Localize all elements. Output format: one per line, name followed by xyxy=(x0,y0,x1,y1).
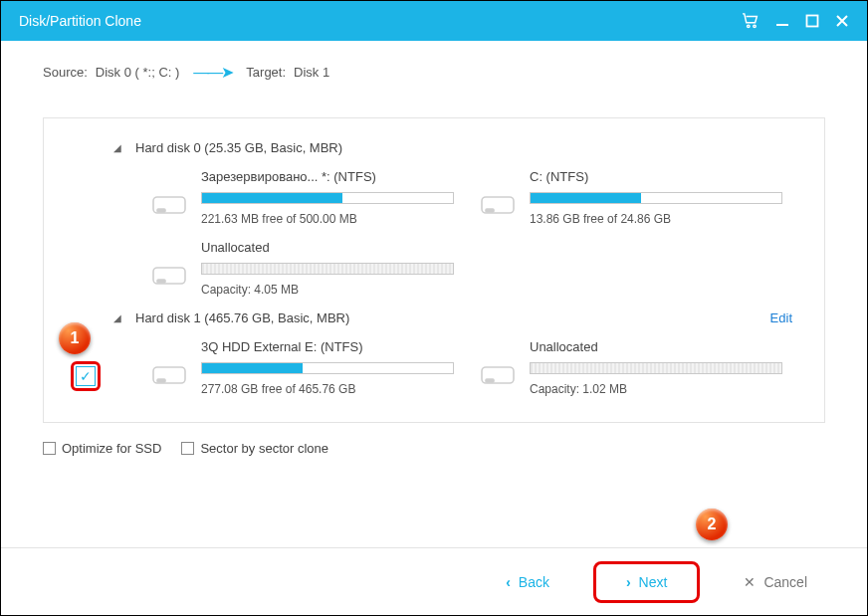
checkmark-icon: ✓ xyxy=(80,368,92,384)
titlebar: Disk/Partition Clone xyxy=(1,1,867,41)
disk1-label: Hard disk 1 (465.76 GB, Basic, MBR) xyxy=(135,310,349,325)
annotation-badge-1: 1 xyxy=(59,322,91,354)
edit-link[interactable]: Edit xyxy=(770,310,792,325)
sector-clone-checkbox[interactable]: Sector by sector clone xyxy=(181,441,328,456)
partition-unallocated-0: Unallocated Capacity: 4.05 MB xyxy=(151,240,460,297)
disk-icon xyxy=(480,361,516,391)
maximize-icon[interactable] xyxy=(805,14,819,28)
disk1-select-checkbox[interactable]: ✓ xyxy=(71,361,101,391)
close-x-icon: ✕ xyxy=(744,574,756,590)
svg-point-1 xyxy=(754,25,756,27)
target-label: Target: xyxy=(246,65,286,80)
clone-options: Optimize for SSD Sector by sector clone xyxy=(43,441,825,456)
svg-rect-9 xyxy=(157,280,165,283)
partition-reserved: Зарезервировано... *: (NTFS) 221.63 MB f… xyxy=(151,169,460,226)
svg-rect-3 xyxy=(807,16,818,27)
optimize-ssd-checkbox[interactable]: Optimize for SSD xyxy=(43,441,161,456)
partition-unallocated-1: Unallocated Capacity: 1.02 MB xyxy=(480,339,788,396)
usage-bar xyxy=(530,192,782,204)
usage-bar xyxy=(201,362,454,374)
arrow-icon: ——➤ xyxy=(193,63,232,82)
disk-icon xyxy=(151,262,187,292)
caret-down-icon: ◢ xyxy=(113,312,127,323)
source-value: Disk 0 ( *:; C: ) xyxy=(96,65,180,80)
next-highlight: ›Next xyxy=(593,561,700,603)
usage-bar xyxy=(530,362,782,374)
svg-rect-5 xyxy=(157,209,165,212)
back-button[interactable]: ‹Back xyxy=(486,566,569,598)
source-label: Source: xyxy=(43,65,88,80)
disk-icon xyxy=(151,361,187,391)
window-title: Disk/Partition Clone xyxy=(19,13,742,29)
svg-point-0 xyxy=(748,25,750,27)
cancel-button[interactable]: ✕Cancel xyxy=(724,566,827,598)
chevron-left-icon: ‹ xyxy=(506,574,511,590)
usage-bar xyxy=(201,263,454,275)
usage-bar xyxy=(201,192,454,204)
svg-rect-11 xyxy=(157,379,165,382)
svg-rect-13 xyxy=(486,379,494,382)
caret-down-icon: ◢ xyxy=(113,142,127,153)
disk-icon xyxy=(480,191,516,221)
disk-panel: ◢ Hard disk 0 (25.35 GB, Basic, MBR) Зар… xyxy=(43,117,825,423)
cart-icon[interactable] xyxy=(742,13,760,29)
svg-rect-7 xyxy=(486,209,494,212)
svg-rect-2 xyxy=(776,24,788,26)
partition-c: C: (NTFS) 13.86 GB free of 24.86 GB xyxy=(480,169,788,226)
disk-icon xyxy=(151,191,187,221)
source-target-path: Source: Disk 0 ( *:; C: ) ——➤ Target: Di… xyxy=(1,41,867,92)
footer: ‹Back ›Next ✕Cancel xyxy=(1,547,867,615)
chevron-right-icon: › xyxy=(626,574,631,590)
disk1-header[interactable]: ◢ Hard disk 1 (465.76 GB, Basic, MBR) Ed… xyxy=(44,307,824,329)
partition-e: 3Q HDD External E: (NTFS) 277.08 GB free… xyxy=(151,339,460,396)
annotation-badge-2: 2 xyxy=(696,509,728,540)
minimize-icon[interactable] xyxy=(775,14,789,28)
disk0-label: Hard disk 0 (25.35 GB, Basic, MBR) xyxy=(135,140,342,155)
next-button[interactable]: ›Next xyxy=(606,566,687,598)
target-value: Disk 1 xyxy=(294,65,329,80)
close-icon[interactable] xyxy=(835,14,849,28)
disk0-header[interactable]: ◢ Hard disk 0 (25.35 GB, Basic, MBR) xyxy=(44,136,824,159)
